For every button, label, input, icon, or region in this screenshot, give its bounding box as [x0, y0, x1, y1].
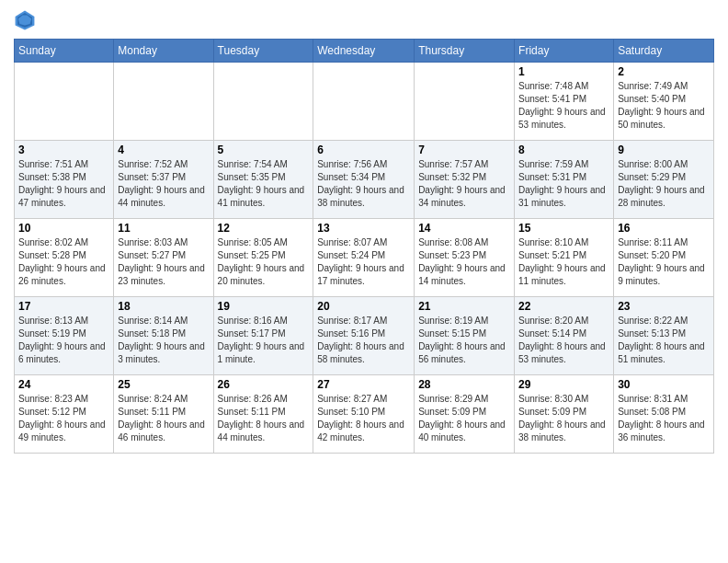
day-info: Sunrise: 7:48 AM Sunset: 5:41 PM Dayligh… — [518, 80, 609, 132]
day-number: 2 — [618, 65, 710, 78]
day-info: Sunrise: 7:49 AM Sunset: 5:40 PM Dayligh… — [618, 80, 710, 132]
day-number: 6 — [317, 144, 410, 156]
day-number: 3 — [18, 144, 109, 156]
calendar-header: SundayMondayTuesdayWednesdayThursdayFrid… — [15, 40, 714, 63]
day-info: Sunrise: 8:29 AM Sunset: 5:09 PM Dayligh… — [418, 393, 510, 444]
calendar-cell — [415, 63, 515, 141]
day-number: 17 — [18, 300, 109, 313]
day-info: Sunrise: 8:03 AM Sunset: 5:27 PM Dayligh… — [118, 236, 209, 288]
header — [14, 9, 714, 31]
calendar-week-5: 24Sunrise: 8:23 AM Sunset: 5:12 PM Dayli… — [15, 375, 714, 454]
calendar-cell: 4Sunrise: 7:52 AM Sunset: 5:37 PM Daylig… — [114, 141, 213, 219]
day-number: 9 — [618, 144, 710, 156]
weekday-header-saturday: Saturday — [614, 40, 714, 63]
calendar-table: SundayMondayTuesdayWednesdayThursdayFrid… — [14, 39, 714, 454]
calendar-cell: 14Sunrise: 8:08 AM Sunset: 5:23 PM Dayli… — [415, 219, 515, 297]
calendar-cell: 16Sunrise: 8:11 AM Sunset: 5:20 PM Dayli… — [614, 219, 714, 297]
calendar-cell: 23Sunrise: 8:22 AM Sunset: 5:13 PM Dayli… — [614, 297, 714, 375]
day-info: Sunrise: 7:57 AM Sunset: 5:32 PM Dayligh… — [418, 158, 510, 210]
calendar-cell: 15Sunrise: 8:10 AM Sunset: 5:21 PM Dayli… — [515, 219, 614, 297]
day-info: Sunrise: 8:10 AM Sunset: 5:21 PM Dayligh… — [518, 236, 609, 288]
calendar-cell: 30Sunrise: 8:31 AM Sunset: 5:08 PM Dayli… — [614, 375, 714, 454]
day-number: 25 — [118, 378, 209, 391]
day-info: Sunrise: 8:20 AM Sunset: 5:14 PM Dayligh… — [518, 315, 609, 366]
calendar-cell: 27Sunrise: 8:27 AM Sunset: 5:10 PM Dayli… — [313, 375, 415, 454]
calendar-cell: 28Sunrise: 8:29 AM Sunset: 5:09 PM Dayli… — [415, 375, 515, 454]
calendar-cell: 3Sunrise: 7:51 AM Sunset: 5:38 PM Daylig… — [15, 141, 114, 219]
calendar-cell: 12Sunrise: 8:05 AM Sunset: 5:25 PM Dayli… — [213, 219, 313, 297]
day-info: Sunrise: 8:26 AM Sunset: 5:11 PM Dayligh… — [218, 393, 310, 444]
calendar-week-1: 1Sunrise: 7:48 AM Sunset: 5:41 PM Daylig… — [15, 63, 714, 141]
day-info: Sunrise: 8:07 AM Sunset: 5:24 PM Dayligh… — [317, 236, 410, 288]
day-number: 27 — [317, 378, 410, 391]
calendar-cell — [213, 63, 313, 141]
day-number: 19 — [218, 300, 310, 313]
calendar-cell: 10Sunrise: 8:02 AM Sunset: 5:28 PM Dayli… — [15, 219, 114, 297]
day-info: Sunrise: 8:19 AM Sunset: 5:15 PM Dayligh… — [418, 315, 510, 366]
day-number: 18 — [118, 300, 209, 313]
calendar-week-2: 3Sunrise: 7:51 AM Sunset: 5:38 PM Daylig… — [15, 141, 714, 219]
day-number: 10 — [18, 222, 109, 235]
day-info: Sunrise: 8:17 AM Sunset: 5:16 PM Dayligh… — [317, 315, 410, 366]
calendar-week-4: 17Sunrise: 8:13 AM Sunset: 5:19 PM Dayli… — [15, 297, 714, 375]
day-number: 11 — [118, 222, 209, 235]
day-number: 20 — [317, 300, 410, 313]
calendar-cell: 20Sunrise: 8:17 AM Sunset: 5:16 PM Dayli… — [313, 297, 415, 375]
calendar-body: 1Sunrise: 7:48 AM Sunset: 5:41 PM Daylig… — [15, 63, 714, 454]
day-info: Sunrise: 7:59 AM Sunset: 5:31 PM Dayligh… — [518, 158, 609, 210]
day-info: Sunrise: 8:00 AM Sunset: 5:29 PM Dayligh… — [618, 158, 710, 210]
logo-icon — [14, 9, 36, 31]
day-info: Sunrise: 8:22 AM Sunset: 5:13 PM Dayligh… — [618, 315, 710, 366]
day-number: 7 — [418, 144, 510, 156]
day-number: 24 — [18, 378, 109, 391]
day-number: 23 — [618, 300, 710, 313]
weekday-header-wednesday: Wednesday — [313, 40, 415, 63]
day-info: Sunrise: 8:16 AM Sunset: 5:17 PM Dayligh… — [218, 315, 310, 366]
day-info: Sunrise: 8:27 AM Sunset: 5:10 PM Dayligh… — [317, 393, 410, 444]
day-info: Sunrise: 8:14 AM Sunset: 5:18 PM Dayligh… — [118, 315, 209, 366]
day-number: 5 — [218, 144, 310, 156]
day-info: Sunrise: 8:05 AM Sunset: 5:25 PM Dayligh… — [218, 236, 310, 288]
calendar-cell: 26Sunrise: 8:26 AM Sunset: 5:11 PM Dayli… — [213, 375, 313, 454]
calendar-cell: 22Sunrise: 8:20 AM Sunset: 5:14 PM Dayli… — [515, 297, 614, 375]
day-info: Sunrise: 7:56 AM Sunset: 5:34 PM Dayligh… — [317, 158, 410, 210]
logo — [14, 9, 38, 31]
calendar-cell: 5Sunrise: 7:54 AM Sunset: 5:35 PM Daylig… — [213, 141, 313, 219]
day-number: 21 — [418, 300, 510, 313]
day-number: 14 — [418, 222, 510, 235]
calendar-cell: 9Sunrise: 8:00 AM Sunset: 5:29 PM Daylig… — [614, 141, 714, 219]
calendar-cell: 11Sunrise: 8:03 AM Sunset: 5:27 PM Dayli… — [114, 219, 213, 297]
day-number: 8 — [518, 144, 609, 156]
weekday-header-sunday: Sunday — [15, 40, 114, 63]
calendar-cell: 24Sunrise: 8:23 AM Sunset: 5:12 PM Dayli… — [15, 375, 114, 454]
day-number: 15 — [518, 222, 609, 235]
day-number: 12 — [218, 222, 310, 235]
day-number: 29 — [518, 378, 609, 391]
day-info: Sunrise: 8:24 AM Sunset: 5:11 PM Dayligh… — [118, 393, 209, 444]
calendar-cell: 21Sunrise: 8:19 AM Sunset: 5:15 PM Dayli… — [415, 297, 515, 375]
page-container: SundayMondayTuesdayWednesdayThursdayFrid… — [0, 0, 728, 463]
weekday-header-tuesday: Tuesday — [213, 40, 313, 63]
calendar-cell — [114, 63, 213, 141]
calendar-cell: 2Sunrise: 7:49 AM Sunset: 5:40 PM Daylig… — [614, 63, 714, 141]
day-info: Sunrise: 8:13 AM Sunset: 5:19 PM Dayligh… — [18, 315, 109, 366]
weekday-header-row: SundayMondayTuesdayWednesdayThursdayFrid… — [15, 40, 714, 63]
day-info: Sunrise: 7:54 AM Sunset: 5:35 PM Dayligh… — [218, 158, 310, 210]
calendar-cell: 8Sunrise: 7:59 AM Sunset: 5:31 PM Daylig… — [515, 141, 614, 219]
calendar-cell: 1Sunrise: 7:48 AM Sunset: 5:41 PM Daylig… — [515, 63, 614, 141]
weekday-header-thursday: Thursday — [415, 40, 515, 63]
day-number: 13 — [317, 222, 410, 235]
calendar-cell — [313, 63, 415, 141]
calendar-cell: 29Sunrise: 8:30 AM Sunset: 5:09 PM Dayli… — [515, 375, 614, 454]
calendar-cell: 13Sunrise: 8:07 AM Sunset: 5:24 PM Dayli… — [313, 219, 415, 297]
calendar-week-3: 10Sunrise: 8:02 AM Sunset: 5:28 PM Dayli… — [15, 219, 714, 297]
day-number: 28 — [418, 378, 510, 391]
weekday-header-friday: Friday — [515, 40, 614, 63]
calendar-cell: 18Sunrise: 8:14 AM Sunset: 5:18 PM Dayli… — [114, 297, 213, 375]
day-info: Sunrise: 7:52 AM Sunset: 5:37 PM Dayligh… — [118, 158, 209, 210]
calendar-cell — [15, 63, 114, 141]
calendar-cell: 17Sunrise: 8:13 AM Sunset: 5:19 PM Dayli… — [15, 297, 114, 375]
day-number: 16 — [618, 222, 710, 235]
day-info: Sunrise: 8:02 AM Sunset: 5:28 PM Dayligh… — [18, 236, 109, 288]
day-info: Sunrise: 7:51 AM Sunset: 5:38 PM Dayligh… — [18, 158, 109, 210]
